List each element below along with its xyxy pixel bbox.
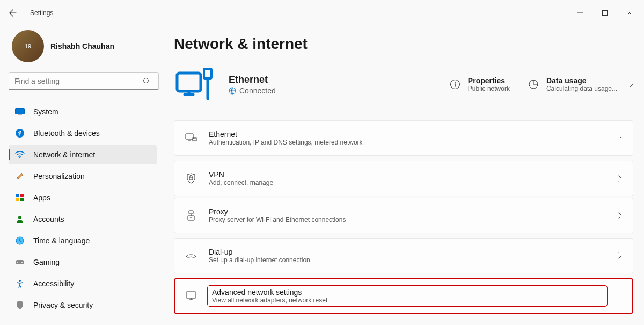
sidebar-item-label: Privacy & security [33,301,93,309]
accessibility-icon [15,279,25,288]
card-title: VPN [209,170,606,179]
connection-title: Ethernet [229,74,368,85]
svg-rect-7 [20,194,24,197]
search-input[interactable] [9,72,159,90]
svg-point-20 [455,82,456,83]
data-usage-sub: Calculating data usage... [546,85,617,92]
sidebar-item-accounts[interactable]: Accounts [9,210,157,229]
titlebar: Settings [0,0,644,26]
svg-point-10 [18,216,21,219]
svg-rect-25 [189,211,193,214]
maximize-button[interactable] [592,4,617,21]
svg-rect-9 [20,198,24,201]
svg-rect-22 [186,134,193,139]
sidebar-item-label: Time & language [33,236,90,245]
svg-point-5 [19,157,20,158]
close-button[interactable] [617,4,642,21]
info-icon [450,79,460,90]
properties-title: Properties [468,76,510,85]
svg-rect-16 [177,73,201,91]
sidebar-item-label: System [33,107,58,116]
chevron-right-icon [618,212,622,219]
svg-rect-3 [18,115,22,115]
back-button[interactable] [2,2,24,24]
card-title: Ethernet [209,130,606,139]
card-sub: Proxy server for Wi-Fi and Ethernet conn… [209,216,606,223]
svg-point-14 [21,262,23,263]
bluetooth-icon [15,128,25,138]
ethernet-monitor-icon [174,63,216,105]
nav: System Bluetooth & devices Network & int… [9,102,157,315]
sidebar-item-label: Apps [33,193,50,202]
sidebar: 19 Rishabh Chauhan System Bluetooth & de… [0,26,161,325]
card-sub: Set up a dial-up internet connection [209,256,606,264]
chevron-right-icon [618,252,622,259]
chevron-right-icon [618,175,622,182]
proxy-icon [185,210,197,221]
search-icon [143,77,150,85]
card-title: Dial-up [209,248,606,256]
shield-lock-icon [185,172,197,184]
gamepad-icon [15,257,25,267]
window-controls [568,4,642,21]
card-title: Proxy [209,207,606,216]
svg-point-13 [17,262,18,263]
sidebar-item-label: Accessibility [33,279,74,288]
system-icon [15,107,25,117]
sidebar-item-privacy[interactable]: Privacy & security [9,295,157,315]
card-advanced-network[interactable]: Advanced network settings View all netwo… [174,278,633,314]
data-usage-link[interactable]: Data usage Calculating data usage... [528,76,633,92]
card-title: Advanced network settings [212,288,603,297]
sidebar-item-label: Bluetooth & devices [33,129,100,138]
card-sub: Authentication, IP and DNS settings, met… [209,139,606,146]
ethernet-icon [185,132,197,144]
globe-icon [229,87,236,95]
card-dialup[interactable]: Dial-up Set up a dial-up internet connec… [174,238,633,273]
sidebar-item-time[interactable]: Time & language [9,231,157,250]
sidebar-item-accessibility[interactable]: Accessibility [9,274,157,293]
svg-rect-12 [16,260,24,264]
card-ethernet[interactable]: Ethernet Authentication, IP and DNS sett… [174,120,633,156]
page-title: Network & internet [174,35,633,53]
pie-icon [528,79,539,90]
sidebar-item-apps[interactable]: Apps [9,188,157,207]
card-sub: Add, connect, manage [209,179,606,186]
sidebar-item-label: Personalization [33,172,85,180]
connection-status: Connected [239,86,276,95]
search-field[interactable] [9,72,157,90]
properties-link[interactable]: Properties Public network [450,76,510,92]
sidebar-item-label: Gaming [33,258,60,266]
sidebar-item-bluetooth[interactable]: Bluetooth & devices [9,124,157,143]
settings-cards: Ethernet Authentication, IP and DNS sett… [174,120,633,314]
chevron-right-icon [629,81,633,88]
main-content: Network & internet Ethernet Connected [161,26,644,325]
sidebar-item-label: Network & internet [33,150,95,159]
card-proxy[interactable]: Proxy Proxy server for Wi-Fi and Etherne… [174,198,633,233]
person-icon [15,214,25,224]
svg-rect-24 [189,177,193,180]
sidebar-item-personalization[interactable]: Personalization [9,167,157,186]
avatar: 19 [12,30,44,62]
svg-rect-8 [16,198,19,201]
chevron-right-icon [618,293,622,299]
brush-icon [15,171,25,181]
sidebar-item-network[interactable]: Network & internet [9,145,157,164]
wifi-icon [15,150,25,160]
svg-point-1 [144,78,149,83]
shield-icon [15,300,25,310]
svg-rect-0 [603,11,608,16]
card-sub: View all network adapters, network reset [212,297,603,304]
data-usage-title: Data usage [546,76,617,85]
user-profile[interactable]: 19 Rishabh Chauhan [9,26,157,72]
svg-rect-17 [204,69,211,78]
card-vpn[interactable]: VPN Add, connect, manage [174,161,633,196]
user-name: Rishabh Chauhan [50,42,114,50]
sidebar-item-gaming[interactable]: Gaming [9,252,157,272]
phone-icon [185,250,197,262]
network-status-hero: Ethernet Connected Properties Public net… [174,63,633,105]
window-title: Settings [30,9,53,17]
svg-rect-6 [16,194,19,197]
sidebar-item-system[interactable]: System [9,102,157,121]
minimize-button[interactable] [568,4,592,21]
svg-rect-27 [186,292,196,298]
